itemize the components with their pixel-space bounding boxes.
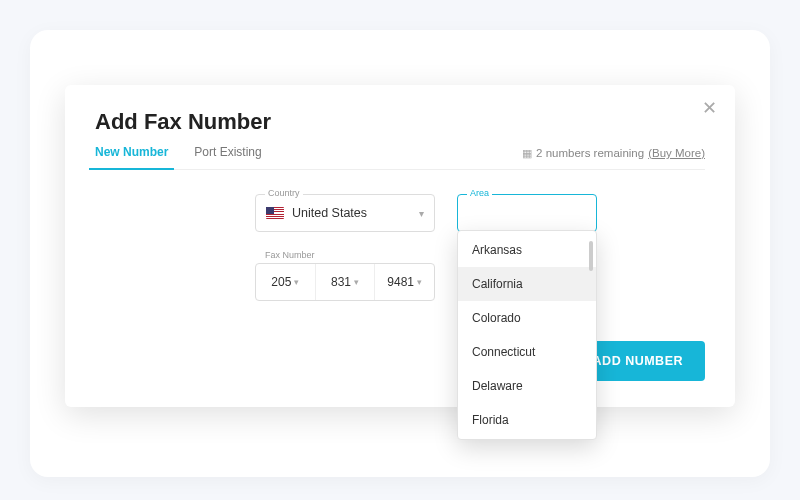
fax-seg-2-value: 831	[331, 275, 351, 289]
chevron-down-icon: ▾	[419, 208, 424, 219]
area-option[interactable]: Delaware	[458, 369, 596, 403]
area-option[interactable]: Colorado	[458, 301, 596, 335]
country-label: Country	[265, 188, 303, 198]
country-select[interactable]: United States ▾	[255, 194, 435, 232]
area-dropdown-list: Arkansas California Colorado Connecticut…	[458, 233, 596, 437]
scrollbar[interactable]	[589, 241, 593, 271]
area-field: Area Arkansas California Colorado Connec…	[457, 194, 597, 232]
page-container: ✕ Add Fax Number New Number Port Existin…	[30, 30, 770, 477]
area-option[interactable]: California	[458, 267, 596, 301]
area-dropdown: Arkansas California Colorado Connecticut…	[457, 230, 597, 440]
tab-new-number[interactable]: New Number	[95, 145, 168, 169]
fax-seg-3[interactable]: 9481 ▾	[375, 264, 434, 300]
area-option[interactable]: Florida	[458, 403, 596, 437]
area-select[interactable]	[457, 194, 597, 232]
form-row-1: Country United States ▾ Area Arkansas Ca…	[95, 170, 705, 240]
chevron-down-icon: ▾	[354, 277, 359, 287]
add-fax-modal: ✕ Add Fax Number New Number Port Existin…	[65, 85, 735, 407]
modal-header-row: New Number Port Existing ▦ 2 numbers rem…	[95, 145, 705, 170]
fax-number-input: 205 ▾ 831 ▾ 9481 ▾	[255, 263, 435, 301]
close-icon[interactable]: ✕	[702, 99, 717, 117]
form-row-2: Fax Number 205 ▾ 831 ▾ 9481 ▾	[95, 240, 705, 301]
modal-footer: ADD NUMBER	[95, 341, 705, 381]
chevron-down-icon: ▾	[294, 277, 299, 287]
area-option[interactable]: Arkansas	[458, 233, 596, 267]
area-option[interactable]: Connecticut	[458, 335, 596, 369]
numbers-remaining: ▦ 2 numbers remaining (Buy More)	[522, 147, 705, 168]
fax-seg-3-value: 9481	[387, 275, 414, 289]
area-label: Area	[467, 188, 492, 198]
qr-icon: ▦	[522, 147, 532, 160]
tabs: New Number Port Existing	[95, 145, 262, 169]
tab-port-existing[interactable]: Port Existing	[194, 145, 261, 169]
fax-seg-1[interactable]: 205 ▾	[256, 264, 316, 300]
flag-us-icon	[266, 207, 284, 219]
buy-more-link[interactable]: (Buy More)	[648, 147, 705, 159]
country-value: United States	[292, 206, 367, 220]
modal-title: Add Fax Number	[95, 109, 705, 135]
fax-seg-2[interactable]: 831 ▾	[316, 264, 376, 300]
chevron-down-icon: ▾	[417, 277, 422, 287]
remaining-text: 2 numbers remaining	[536, 147, 644, 159]
country-field: Country United States ▾	[255, 194, 435, 232]
fax-seg-1-value: 205	[271, 275, 291, 289]
